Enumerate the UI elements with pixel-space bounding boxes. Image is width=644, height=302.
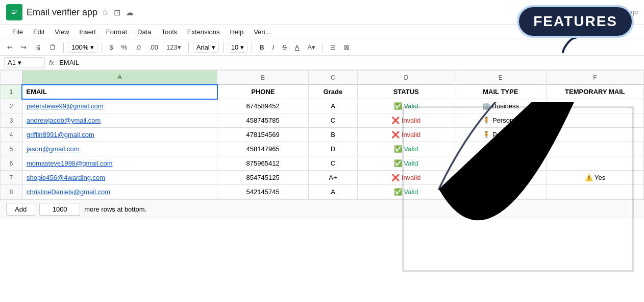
cell-d4[interactable]: ❌ Invalid [357,128,455,142]
cell-e2[interactable]: 🏢 Business [455,99,546,113]
add-rows-button[interactable]: Add [6,203,35,216]
cell-e6[interactable]: 🧍 Personal [455,156,546,171]
cell-c4[interactable]: B [309,128,358,142]
cloud-icon[interactable]: ☁ [126,8,134,17]
col-header-d[interactable]: D [357,71,455,85]
drive-icon[interactable]: ⊡ [114,8,120,17]
row-num-5: 5 [1,142,22,156]
undo-button[interactable]: ↩ [4,41,16,53]
cell-c2[interactable]: A [309,99,358,113]
cell-f1[interactable]: TEMPORARY MAIL [546,85,643,99]
cell-c7[interactable]: A+ [309,171,358,185]
cell-b8[interactable]: 542145745 [217,185,309,199]
cell-a7[interactable]: shopie456@4warding.com [22,171,217,185]
cell-c5[interactable]: D [309,142,358,156]
cell-e1[interactable]: MAIL TYPE [455,85,546,99]
rows-count-input[interactable] [39,203,80,216]
redo-button[interactable]: ↪ [18,41,30,53]
menu-veri[interactable]: Veri... [250,26,275,38]
cell-e8[interactable]: 🏢 Business [455,185,546,199]
bold-button[interactable]: B [256,41,267,53]
cell-d2[interactable]: ✅ Valid [357,99,455,113]
cell-d8[interactable]: ✅ Valid [357,185,455,199]
percent-button[interactable]: % [118,41,130,53]
cell-f2[interactable] [546,99,643,113]
col-header-e[interactable]: E [455,71,546,85]
cell-f3[interactable] [546,113,643,128]
toolbar-divider-5 [252,42,252,53]
cell-b1[interactable]: PHONE [217,85,309,99]
table-row: 5 jason@gmail.com 458147965 D ✅ Valid 🧍 … [1,142,644,156]
font-name: Arial [196,43,210,51]
decimal-increase-button[interactable]: .00 [146,41,161,53]
menu-tools[interactable]: Tools [157,26,181,38]
print-button[interactable]: 🖨 [32,41,44,53]
cell-b4[interactable]: 478154569 [217,128,309,142]
col-header-a[interactable]: A [22,71,217,85]
cell-b3[interactable]: 458745785 [217,113,309,128]
strikethrough-button[interactable]: S [279,41,290,53]
formula-input[interactable] [58,58,640,67]
italic-button[interactable]: I [269,41,278,53]
app-icon [6,4,22,20]
cell-c3[interactable]: C [309,113,358,128]
cell-f7[interactable]: ⚠️ Yes [546,171,643,185]
cell-a2[interactable]: peterstewe99@gmail.com [22,99,217,113]
cell-b5[interactable]: 458147965 [217,142,309,156]
cell-a1[interactable]: EMAIL [22,85,217,99]
currency-button[interactable]: $ [106,41,116,53]
cell-d5[interactable]: ✅ Valid [357,142,455,156]
cell-f5[interactable] [546,142,643,156]
cell-b2[interactable]: 674589452 [217,99,309,113]
star-icon[interactable]: ☆ [102,8,109,17]
cell-b7[interactable]: 854745125 [217,171,309,185]
cell-d3[interactable]: ❌ Invalid [357,113,455,128]
merge-button[interactable]: ⊠ [341,41,353,53]
format-number-button[interactable]: 123▾ [163,41,184,53]
decimal-decrease-button[interactable]: .0 [132,41,144,53]
cell-e5[interactable]: 🧍 Personal [455,142,546,156]
menu-view[interactable]: View [51,26,73,38]
text-color-button[interactable]: A▾ [305,41,319,53]
cell-a6[interactable]: momasteve1998@gmail.com [22,156,217,171]
menu-help[interactable]: Help [226,26,247,38]
menu-data[interactable]: Data [133,26,155,38]
row-num-4: 4 [1,128,22,142]
cell-reference[interactable]: A1 ▾ [4,57,45,68]
cell-e7[interactable]: 🏢 Business [455,171,546,185]
cell-d6[interactable]: ✅ Valid [357,156,455,171]
cell-f6[interactable] [546,156,643,171]
cell-a4[interactable]: griffin8991@gmail.com [22,128,217,142]
cell-e3[interactable]: 🧍 Personal [455,113,546,128]
cell-a8[interactable]: christineDaniels@gmail.com [22,185,217,199]
col-header-f[interactable]: F [546,71,643,85]
font-size-selector[interactable]: 10 ▾ [228,42,247,53]
cell-b6[interactable]: 875965412 [217,156,309,171]
cell-c8[interactable]: A [309,185,358,199]
cell-f4[interactable] [546,128,643,142]
cell-a5[interactable]: jason@gmail.com [22,142,217,156]
bottom-bar: Add more rows at bottom. [0,199,644,219]
cell-e4[interactable]: 🧍 Personal [455,128,546,142]
paint-format-button[interactable]: 🗒 [46,41,59,53]
col-header-c[interactable]: C [309,71,358,85]
cell-c1[interactable]: Grade [309,85,358,99]
cell-d1[interactable]: STATUS [357,85,455,99]
font-selector[interactable]: Arial ▾ [193,42,219,53]
borders-button[interactable]: ⊞ [327,41,339,53]
underline-button[interactable]: A [292,41,303,53]
features-tail [560,38,591,53]
cell-ref-dropdown[interactable]: ▾ [18,59,21,66]
cell-d7[interactable]: ❌ Invalid [357,171,455,185]
menu-format[interactable]: Format [102,26,131,38]
cell-a3[interactable]: andrewjacob@ymail.com [22,113,217,128]
menu-file[interactable]: File [8,26,27,38]
cell-c6[interactable]: C [309,156,358,171]
zoom-control[interactable]: 100% ▾ [68,42,97,53]
cell-f8[interactable] [546,185,643,199]
menu-insert[interactable]: Insert [75,26,100,38]
col-header-b[interactable]: B [217,71,309,85]
menu-extensions[interactable]: Extensions [183,26,224,38]
menu-edit[interactable]: Edit [29,26,48,38]
row-num-1: 1 [1,85,22,99]
